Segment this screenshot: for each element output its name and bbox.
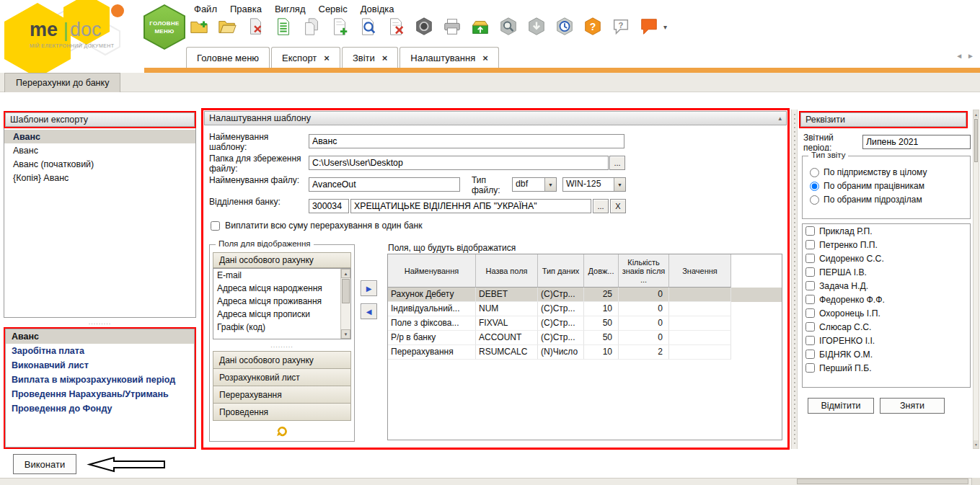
scroll-thumb[interactable]	[342, 279, 350, 303]
execute-button[interactable]: Виконати	[13, 454, 76, 474]
report-type-radio[interactable]	[810, 195, 819, 205]
menu-view[interactable]: Вигляд	[270, 2, 311, 16]
report-type-radio[interactable]	[810, 182, 819, 191]
employee-checkbox[interactable]	[805, 295, 815, 304]
field-item[interactable]: E-mail	[213, 269, 340, 282]
table-row[interactable]: ПерерахуванняRSUMCALC(N)Число102	[388, 345, 782, 360]
report-type-option[interactable]: По обраним підрозділам	[810, 195, 963, 205]
panel-splitter[interactable]	[791, 110, 798, 449]
report-period-input[interactable]	[862, 135, 971, 149]
employee-item[interactable]: БІДНЯК О.М.	[803, 347, 970, 361]
tab-scroll-left-icon[interactable]: ◄	[955, 52, 963, 60]
find-document-icon[interactable]	[357, 16, 379, 37]
file-name-input[interactable]	[309, 177, 460, 192]
employee-checkbox[interactable]	[805, 336, 815, 345]
employee-checkbox[interactable]	[805, 226, 815, 236]
employee-checkbox[interactable]	[805, 322, 815, 332]
pay-one-bank-checkbox[interactable]	[211, 221, 220, 231]
menu-help[interactable]: Довідка	[356, 2, 399, 16]
copy-document-icon[interactable]	[301, 16, 322, 37]
employee-checkbox[interactable]	[805, 350, 815, 359]
bottom-scrollbar-thumb[interactable]	[797, 479, 968, 484]
export-icon[interactable]	[469, 16, 491, 37]
report-type-option[interactable]: По обраним працівникам	[810, 181, 963, 191]
template-item[interactable]: {Копія} Аванс	[4, 171, 195, 184]
close-document-icon[interactable]	[385, 16, 407, 37]
category-item[interactable]: Заробітна плата	[6, 344, 194, 358]
folder-browse-button[interactable]: ...	[609, 156, 625, 170]
category-item[interactable]: Виплата в міжрозрахунковий період	[6, 373, 194, 387]
employee-item[interactable]: Охоронець І.П.	[803, 306, 970, 320]
fields-list-scrollbar[interactable]: ▲ ▼	[340, 269, 350, 339]
mark-all-button[interactable]: Відмітити	[808, 398, 874, 414]
report-type-option[interactable]: По підприємству в цілому	[810, 167, 963, 177]
employee-item[interactable]: Слюсар С.С.	[803, 320, 970, 334]
employee-checkbox[interactable]	[805, 308, 815, 318]
report-type-radio[interactable]	[810, 168, 819, 177]
new-document-icon[interactable]	[188, 16, 210, 37]
fields-section-1[interactable]: Розрахунковий лист	[213, 368, 351, 386]
feedback-chat-icon[interactable]	[638, 16, 660, 37]
category-item[interactable]: Виконавчий лист	[6, 358, 194, 373]
employee-item[interactable]: Перший П.Б.	[803, 361, 970, 375]
print-icon[interactable]	[441, 16, 463, 37]
fields-section-0[interactable]: Дані особового рахунку	[213, 351, 351, 369]
category-item[interactable]: Проведення до Фонду	[6, 401, 194, 416]
menu-service[interactable]: Сервіс	[314, 2, 353, 16]
table-row[interactable]: Поле з фіксова...FIXVAL(С)Стр...500	[388, 316, 782, 331]
employee-checkbox[interactable]	[805, 363, 815, 373]
table-row[interactable]: Індивідуальний...NUM(С)Стр...100	[388, 302, 782, 316]
fields-section-header[interactable]: Дані особового рахунку	[213, 252, 351, 268]
field-item[interactable]: Адреса місця прописки	[213, 308, 340, 321]
employee-item[interactable]: Петренко П.П.	[803, 238, 970, 252]
table-row[interactable]: Рахунок ДебетуDEBET(С)Стр...250	[388, 288, 782, 302]
search-hexagon-icon[interactable]	[498, 16, 519, 37]
scroll-down-icon[interactable]: ▼	[341, 329, 350, 339]
right-scrollbar[interactable]: ▲ ▼	[973, 110, 979, 449]
field-item[interactable]: Адреса місця народження	[213, 282, 340, 295]
tab-close-icon[interactable]: ×	[324, 53, 330, 63]
subtab-bank-transfers[interactable]: Перерахунки до банку	[4, 73, 120, 92]
bank-clear-button[interactable]: X	[610, 199, 626, 213]
scroll-down-icon[interactable]: ▼	[974, 440, 979, 448]
toolbar-dropdown-caret[interactable]: ▾	[663, 23, 667, 31]
file-type-select[interactable]: dbf ▼	[512, 177, 557, 192]
fields-splitter-handle[interactable]: .........	[210, 341, 354, 350]
move-field-left-button[interactable]: ◀	[361, 303, 377, 319]
delete-document-icon[interactable]	[244, 16, 266, 37]
category-item[interactable]: Аванс	[6, 329, 194, 344]
download-hexagon-icon[interactable]	[526, 16, 547, 37]
table-row[interactable]: Р/р в банкуACCOUNT(С)Стр...500	[388, 331, 782, 345]
scroll-up-icon[interactable]: ▲	[341, 269, 350, 278]
scroll-thumb[interactable]	[974, 119, 978, 162]
tab-1[interactable]: Експорт×	[271, 47, 340, 68]
tab-0[interactable]: Головне меню	[186, 47, 270, 68]
fields-section-3[interactable]: Проведення	[213, 403, 351, 421]
encoding-select[interactable]: WIN-125 ▼	[562, 177, 626, 192]
collapse-panel-icon[interactable]: ▴	[778, 115, 782, 122]
employee-item[interactable]: ІГОРЕНКО І.І.	[803, 334, 970, 347]
record-icon[interactable]	[413, 16, 435, 37]
menu-file[interactable]: Файл	[189, 2, 222, 16]
tab-close-icon[interactable]: ×	[382, 53, 388, 63]
employee-checkbox[interactable]	[805, 281, 815, 290]
bank-browse-button[interactable]: ...	[593, 199, 609, 213]
chevron-down-icon[interactable]: ▼	[544, 178, 556, 191]
main-menu-button[interactable]: ГОЛОВНЕ МЕНЮ	[144, 4, 185, 50]
template-name-input[interactable]	[309, 134, 624, 148]
pay-one-bank-row[interactable]: Виплатити всю суму перерахування в один …	[211, 221, 423, 231]
move-field-right-button[interactable]: ▶	[361, 280, 377, 296]
chevron-down-icon[interactable]: ▼	[614, 178, 625, 191]
apply-fields-icon[interactable]	[275, 424, 288, 437]
tab-3[interactable]: Налаштування×	[399, 47, 498, 68]
help-icon[interactable]: ?	[582, 16, 604, 37]
bank-name-input[interactable]	[350, 199, 591, 213]
tab-close-icon[interactable]: ×	[482, 53, 488, 63]
employee-item[interactable]: Сидоренко С.С.	[803, 252, 970, 265]
tab-2[interactable]: Звіти×	[342, 47, 398, 68]
employee-item[interactable]: ПЕРША І.В.	[803, 265, 970, 279]
add-document-icon[interactable]	[329, 16, 350, 37]
scroll-up-icon[interactable]: ▲	[974, 110, 979, 118]
verify-hexagon-icon[interactable]	[554, 16, 575, 37]
menu-edit[interactable]: Правка	[225, 2, 267, 16]
